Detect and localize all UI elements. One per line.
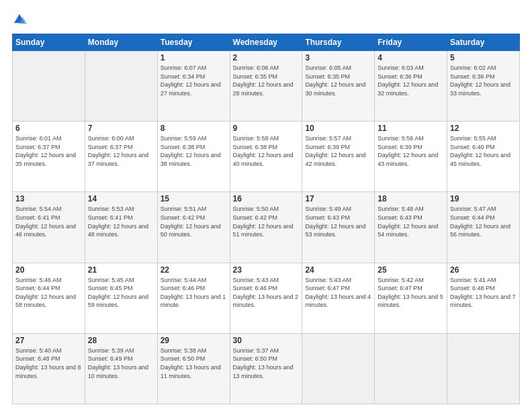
day-info: Sunrise: 5:47 AMSunset: 6:44 PMDaylight:… <box>450 205 517 238</box>
day-number: 6 <box>15 124 82 133</box>
day-info: Sunrise: 6:01 AMSunset: 6:37 PMDaylight:… <box>15 134 82 168</box>
calendar-cell: 2Sunrise: 6:06 AMSunset: 6:35 PMDaylight… <box>230 51 302 122</box>
day-number: 11 <box>378 124 444 133</box>
day-info: Sunrise: 5:43 AMSunset: 6:46 PMDaylight:… <box>233 276 300 310</box>
calendar-cell: 13Sunrise: 5:54 AMSunset: 6:41 PMDayligh… <box>13 192 85 263</box>
day-number: 28 <box>88 336 154 345</box>
calendar-cell: 6Sunrise: 6:01 AMSunset: 6:37 PMDaylight… <box>13 122 85 192</box>
day-info: Sunrise: 6:03 AMSunset: 6:36 PMDaylight:… <box>378 64 444 97</box>
day-info: Sunrise: 5:41 AMSunset: 6:48 PMDaylight:… <box>450 276 517 310</box>
day-info: Sunrise: 6:07 AMSunset: 6:34 PMDaylight:… <box>161 64 227 97</box>
header <box>12 12 520 27</box>
page: SundayMondayTuesdayWednesdayThursdayFrid… <box>0 0 532 411</box>
calendar-cell: 23Sunrise: 5:43 AMSunset: 6:46 PMDayligh… <box>230 263 302 333</box>
day-info: Sunrise: 5:55 AMSunset: 6:40 PMDaylight:… <box>450 134 517 168</box>
day-number: 13 <box>15 194 82 203</box>
day-number: 7 <box>88 124 154 133</box>
day-info: Sunrise: 5:49 AMSunset: 6:43 PMDaylight:… <box>305 205 371 238</box>
day-info: Sunrise: 5:56 AMSunset: 6:39 PMDaylight:… <box>378 134 444 168</box>
day-number: 30 <box>233 336 300 345</box>
day-number: 14 <box>88 194 154 203</box>
day-info: Sunrise: 5:37 AMSunset: 6:50 PMDaylight:… <box>233 347 300 380</box>
day-number: 5 <box>450 53 517 62</box>
day-info: Sunrise: 5:38 AMSunset: 6:50 PMDaylight:… <box>161 347 227 380</box>
calendar-cell: 17Sunrise: 5:49 AMSunset: 6:43 PMDayligh… <box>302 192 375 263</box>
calendar-cell: 15Sunrise: 5:51 AMSunset: 6:42 PMDayligh… <box>157 192 230 263</box>
calendar-cell: 8Sunrise: 5:59 AMSunset: 6:38 PMDaylight… <box>157 122 230 192</box>
day-header-tuesday: Tuesday <box>157 34 230 51</box>
day-number: 16 <box>233 194 300 203</box>
day-number: 24 <box>305 265 371 275</box>
day-number: 19 <box>450 194 517 203</box>
calendar-cell: 18Sunrise: 5:48 AMSunset: 6:43 PMDayligh… <box>375 192 447 263</box>
calendar-cell: 9Sunrise: 5:58 AMSunset: 6:38 PMDaylight… <box>230 122 302 192</box>
day-info: Sunrise: 5:54 AMSunset: 6:41 PMDaylight:… <box>15 205 82 238</box>
calendar-cell: 12Sunrise: 5:55 AMSunset: 6:40 PMDayligh… <box>447 122 520 192</box>
day-info: Sunrise: 5:42 AMSunset: 6:47 PMDaylight:… <box>378 276 444 310</box>
day-header-monday: Monday <box>85 34 157 51</box>
calendar-cell <box>13 51 85 122</box>
day-number: 9 <box>233 124 300 133</box>
day-number: 8 <box>161 124 227 133</box>
calendar-cell: 25Sunrise: 5:42 AMSunset: 6:47 PMDayligh… <box>375 263 447 333</box>
calendar-cell <box>302 333 375 404</box>
day-number: 15 <box>161 194 227 203</box>
day-number: 17 <box>305 194 371 203</box>
day-number: 2 <box>233 53 300 62</box>
calendar-cell: 30Sunrise: 5:37 AMSunset: 6:50 PMDayligh… <box>230 333 302 404</box>
day-info: Sunrise: 5:45 AMSunset: 6:45 PMDaylight:… <box>88 276 154 310</box>
calendar-cell: 1Sunrise: 6:07 AMSunset: 6:34 PMDaylight… <box>157 51 230 122</box>
day-number: 29 <box>161 336 227 345</box>
day-info: Sunrise: 5:39 AMSunset: 6:49 PMDaylight:… <box>88 347 154 380</box>
day-number: 10 <box>305 124 371 133</box>
day-number: 18 <box>378 194 444 203</box>
calendar-cell: 21Sunrise: 5:45 AMSunset: 6:45 PMDayligh… <box>85 263 157 333</box>
day-info: Sunrise: 6:02 AMSunset: 6:36 PMDaylight:… <box>450 64 517 97</box>
day-info: Sunrise: 5:43 AMSunset: 6:47 PMDaylight:… <box>305 276 371 310</box>
day-info: Sunrise: 6:00 AMSunset: 6:37 PMDaylight:… <box>88 134 154 168</box>
calendar-cell: 26Sunrise: 5:41 AMSunset: 6:48 PMDayligh… <box>447 263 520 333</box>
day-number: 1 <box>161 53 227 62</box>
day-number: 23 <box>233 265 300 275</box>
day-info: Sunrise: 5:50 AMSunset: 6:42 PMDaylight:… <box>233 205 300 238</box>
calendar-cell: 24Sunrise: 5:43 AMSunset: 6:47 PMDayligh… <box>302 263 375 333</box>
day-info: Sunrise: 5:59 AMSunset: 6:38 PMDaylight:… <box>161 134 227 168</box>
calendar-cell <box>375 333 447 404</box>
day-number: 12 <box>450 124 517 133</box>
day-info: Sunrise: 5:58 AMSunset: 6:38 PMDaylight:… <box>233 134 300 168</box>
calendar-cell: 7Sunrise: 6:00 AMSunset: 6:37 PMDaylight… <box>85 122 157 192</box>
calendar-cell: 14Sunrise: 5:53 AMSunset: 6:41 PMDayligh… <box>85 192 157 263</box>
day-info: Sunrise: 5:40 AMSunset: 6:48 PMDaylight:… <box>15 347 82 380</box>
day-info: Sunrise: 5:57 AMSunset: 6:39 PMDaylight:… <box>305 134 371 168</box>
day-info: Sunrise: 6:06 AMSunset: 6:35 PMDaylight:… <box>233 64 300 97</box>
day-header-saturday: Saturday <box>447 34 520 51</box>
day-number: 21 <box>88 265 154 275</box>
day-number: 20 <box>15 265 82 275</box>
day-info: Sunrise: 5:46 AMSunset: 6:44 PMDaylight:… <box>15 276 82 310</box>
calendar-cell: 10Sunrise: 5:57 AMSunset: 6:39 PMDayligh… <box>302 122 375 192</box>
logo <box>12 12 30 27</box>
day-number: 3 <box>305 53 371 62</box>
calendar-cell: 27Sunrise: 5:40 AMSunset: 6:48 PMDayligh… <box>13 333 85 404</box>
calendar-cell: 22Sunrise: 5:44 AMSunset: 6:46 PMDayligh… <box>157 263 230 333</box>
day-header-sunday: Sunday <box>13 34 85 51</box>
calendar-cell: 4Sunrise: 6:03 AMSunset: 6:36 PMDaylight… <box>375 51 447 122</box>
day-header-friday: Friday <box>375 34 447 51</box>
day-number: 4 <box>378 53 444 62</box>
day-header-thursday: Thursday <box>302 34 375 51</box>
calendar-cell: 3Sunrise: 6:05 AMSunset: 6:35 PMDaylight… <box>302 51 375 122</box>
calendar-cell: 11Sunrise: 5:56 AMSunset: 6:39 PMDayligh… <box>375 122 447 192</box>
calendar-cell: 29Sunrise: 5:38 AMSunset: 6:50 PMDayligh… <box>157 333 230 404</box>
calendar-cell: 5Sunrise: 6:02 AMSunset: 6:36 PMDaylight… <box>447 51 520 122</box>
day-number: 26 <box>450 265 517 275</box>
day-info: Sunrise: 5:44 AMSunset: 6:46 PMDaylight:… <box>161 276 227 310</box>
logo-icon <box>12 12 27 27</box>
calendar-cell: 20Sunrise: 5:46 AMSunset: 6:44 PMDayligh… <box>13 263 85 333</box>
calendar: SundayMondayTuesdayWednesdayThursdayFrid… <box>12 34 520 404</box>
calendar-cell: 16Sunrise: 5:50 AMSunset: 6:42 PMDayligh… <box>230 192 302 263</box>
calendar-cell <box>85 51 157 122</box>
day-number: 22 <box>161 265 227 275</box>
calendar-cell: 28Sunrise: 5:39 AMSunset: 6:49 PMDayligh… <box>85 333 157 404</box>
day-info: Sunrise: 6:05 AMSunset: 6:35 PMDaylight:… <box>305 64 371 97</box>
day-header-wednesday: Wednesday <box>230 34 302 51</box>
